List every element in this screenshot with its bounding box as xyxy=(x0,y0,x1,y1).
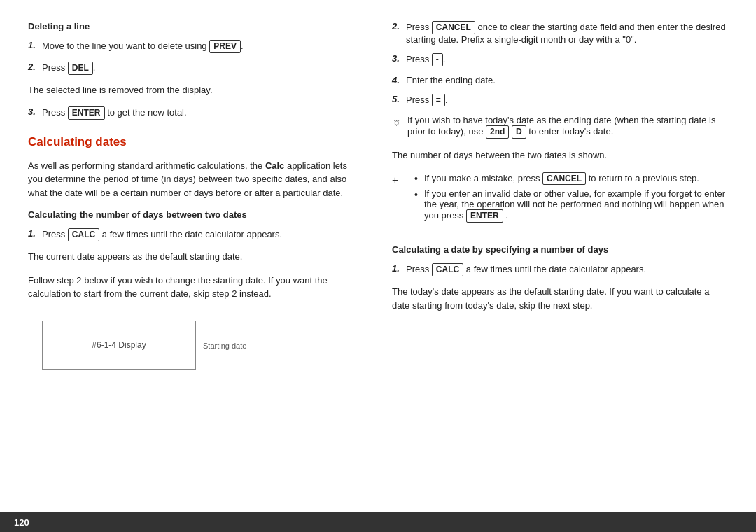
right-step1b: 1. Press CALC a few times until the date… xyxy=(392,263,728,276)
right-step3: 3. Press -. xyxy=(392,53,728,66)
del-step2: 2. Press DEL. xyxy=(28,62,364,75)
starting-date-caption: Starting date xyxy=(203,342,246,350)
page-footer: 120 xyxy=(0,512,756,532)
cancel-key-2: CANCEL xyxy=(542,172,586,186)
display-label: #6-1-4 Display xyxy=(92,340,146,350)
tip-icon: ☼ xyxy=(392,115,403,127)
del-step1-num: 1. xyxy=(28,40,38,53)
calc-step1-num: 1. xyxy=(28,228,38,241)
enter-key-right: ENTER xyxy=(466,209,503,223)
tip-content: If you wish to have today's date as the … xyxy=(407,115,728,139)
right-step2-num: 2. xyxy=(392,21,402,45)
right-column: 2. Press CANCEL once to clear the starti… xyxy=(392,21,728,505)
del-step2-num: 2. xyxy=(28,62,38,75)
del-step3: 3. Press ENTER to get the new total. xyxy=(28,106,364,120)
page: Deleting a line 1. Move to the line you … xyxy=(0,0,756,532)
right-step4-num: 4. xyxy=(392,75,402,85)
tip-row: ☼ If you wish to have today's date as th… xyxy=(392,115,728,139)
deleting-heading: Deleting a line xyxy=(28,21,364,31)
calc-dates-heading: Calculating dates xyxy=(28,135,364,149)
right-step5-num: 5. xyxy=(392,94,402,107)
right-step4: 4. Enter the ending date. xyxy=(392,75,728,85)
minus-key: - xyxy=(432,53,443,66)
del-step3-num: 3. xyxy=(28,106,38,120)
right-step1b-content: Press CALC a few times until the date ca… xyxy=(406,263,728,276)
right-step1b-num: 1. xyxy=(392,263,402,276)
days-shown-note: The number of days between the two dates… xyxy=(392,148,728,162)
current-date-note: The current date appears as the default … xyxy=(28,250,364,264)
left-column: Deleting a line 1. Move to the line you … xyxy=(28,21,364,505)
plus-symbol: + xyxy=(392,174,403,186)
right-step3-content: Press -. xyxy=(406,53,728,66)
calc-key-left: CALC xyxy=(68,228,99,241)
del-step1-content: Move to the line you want to delete usin… xyxy=(42,40,364,53)
right-step5-content: Press =. xyxy=(406,94,728,107)
right-step2-content: Press CANCEL once to clear the starting … xyxy=(406,21,728,45)
del-step2-content: Press DEL. xyxy=(42,62,364,75)
del-note: The selected line is removed from the di… xyxy=(28,83,364,97)
del-step1: 1. Move to the line you want to delete u… xyxy=(28,40,364,53)
calc-by-days-heading: Calculating a date by specifying a numbe… xyxy=(392,244,728,255)
content-area: Deleting a line 1. Move to the line you … xyxy=(0,0,756,512)
right-step4-content: Enter the ending date. xyxy=(406,75,728,85)
today-note: The today's date appears as the default … xyxy=(392,285,728,312)
calc-step1: 1. Press CALC a few times until the date… xyxy=(28,228,364,241)
right-step2: 2. Press CANCEL once to clear the starti… xyxy=(392,21,728,45)
bullet-dot-1: • xyxy=(414,173,420,184)
page-number: 120 xyxy=(14,517,29,528)
bullet-dot-2: • xyxy=(414,189,420,200)
calc-num-days-heading: Calculating the number of days between t… xyxy=(28,209,364,220)
equals-key: = xyxy=(432,94,445,107)
bullet2-content: If you enter an invalid date or other va… xyxy=(424,188,728,223)
2nd-key: 2nd xyxy=(486,125,509,139)
plus-bullets-row: + • If you make a mistake, press CANCEL … xyxy=(392,172,728,231)
bullet-item-2: • If you enter an invalid date or other … xyxy=(414,188,728,223)
enter-key-del: ENTER xyxy=(68,106,105,120)
display-box: #6-1-4 Display xyxy=(42,321,196,370)
follow-step-note: Follow step 2 below if you wish to chang… xyxy=(28,274,364,301)
del-step3-content: Press ENTER to get the new total. xyxy=(42,106,364,120)
calc-key-right: CALC xyxy=(432,263,463,276)
calc-dates-para: As well as performing standard arithmeti… xyxy=(28,159,364,200)
bullet-list: • If you make a mistake, press CANCEL to… xyxy=(414,172,728,227)
bullet-item-1: • If you make a mistake, press CANCEL to… xyxy=(414,172,728,186)
del-key: DEL xyxy=(68,62,93,75)
right-step3-num: 3. xyxy=(392,53,402,66)
right-step5: 5. Press =. xyxy=(392,94,728,107)
calc-step1-content: Press CALC a few times until the date ca… xyxy=(42,228,364,241)
bullet1-content: If you make a mistake, press CANCEL to r… xyxy=(424,172,699,186)
cancel-key-1: CANCEL xyxy=(432,21,475,34)
prev-key: PREV xyxy=(209,40,241,53)
d-key: D xyxy=(512,125,526,139)
